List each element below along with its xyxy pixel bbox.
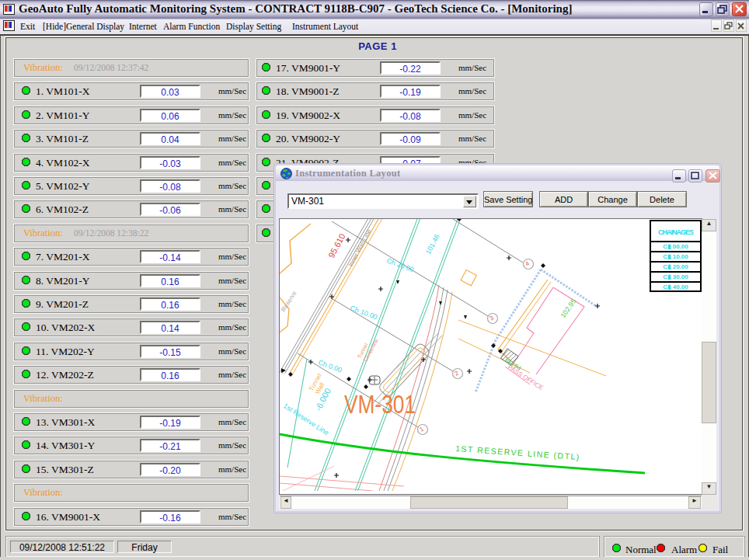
svg-text:PASS OFFICE: PASS OFFICE bbox=[507, 363, 545, 391]
svg-text:1: 1 bbox=[419, 425, 426, 433]
svg-text:VM-301: VM-301 bbox=[344, 389, 416, 419]
svg-text:3: 3 bbox=[489, 314, 496, 322]
svg-text:4: 4 bbox=[524, 259, 531, 267]
svg-text:95.610: 95.610 bbox=[326, 232, 347, 259]
svg-text:101.46: 101.46 bbox=[424, 233, 441, 256]
svg-text:2: 2 bbox=[454, 369, 461, 377]
svg-text:Ch 10.00: Ch 10.00 bbox=[349, 304, 378, 321]
svg-text:102.95: 102.95 bbox=[559, 297, 577, 319]
svg-text:Ch 0.00: Ch 0.00 bbox=[317, 358, 343, 374]
